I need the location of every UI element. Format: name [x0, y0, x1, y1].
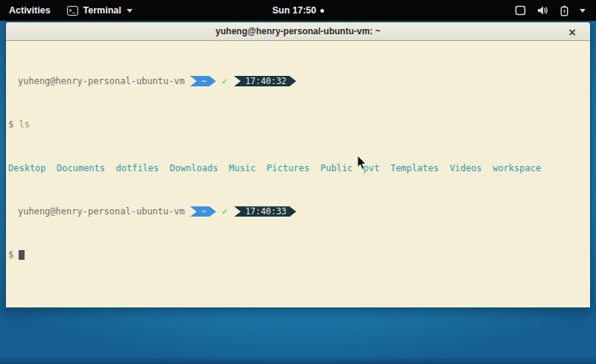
directory-name: Videos	[449, 163, 481, 174]
prompt-time: 17:40:32	[245, 76, 286, 87]
window-title-bar[interactable]: yuheng@henry-personal-ubuntu-vm: ~ ×	[6, 22, 590, 41]
prompt-time-segment: 17:40:32	[234, 76, 296, 86]
input-line[interactable]: $	[8, 249, 589, 261]
window-title: yuheng@henry-personal-ubuntu-vm: ~	[6, 26, 590, 36]
prompt-status-check-icon: ✓	[222, 76, 227, 87]
prompt-time-segment: 17:40:33	[234, 206, 296, 217]
directory-name: Public	[320, 163, 352, 174]
desktop[interactable]: Activities >_ Terminal Sun 17:50	[0, 0, 596, 364]
app-menu-label: Terminal	[83, 5, 121, 16]
directory-name: pvt	[364, 163, 380, 174]
command-line: $ ls	[8, 119, 589, 130]
prompt-symbol: $	[8, 119, 13, 130]
prompt-cwd: ~	[201, 206, 206, 217]
prompt-user: yuheng@henry-personal-ubuntu-vm	[8, 206, 185, 217]
prompt-cwd: ~	[201, 76, 206, 87]
app-menu-terminal[interactable]: >_ Terminal	[60, 0, 140, 21]
directory-name: dotfiles	[115, 163, 159, 174]
terminal-window: yuheng@henry-personal-ubuntu-vm: ~ × yuh…	[4, 21, 592, 309]
prompt-cwd-segment: ~	[190, 76, 216, 86]
system-tray[interactable]	[504, 0, 596, 21]
prompt-user: yuheng@henry-personal-ubuntu-vm	[8, 76, 185, 87]
prompt-symbol: $	[8, 249, 13, 261]
clock-label: Sun 17:50	[272, 5, 316, 16]
ls-output-line: Desktop Documents dotfiles Downloads Mus…	[8, 163, 589, 174]
directory-name: Templates	[390, 163, 439, 174]
prompt-cwd-segment: ~	[190, 206, 216, 217]
directory-name: Music	[229, 163, 256, 174]
prompt-line: yuheng@henry-personal-ubuntu-vm ~ ✓ 17:4…	[8, 206, 589, 217]
battery-charging-icon	[560, 5, 568, 16]
directory-name: Downloads	[170, 163, 218, 174]
terminal-text-cursor	[19, 250, 25, 260]
directory-name: Pictures	[267, 163, 310, 174]
prompt-time: 17:40:33	[245, 206, 286, 217]
terminal-content[interactable]: yuheng@henry-personal-ubuntu-vm ~ ✓ 17:4…	[6, 41, 590, 307]
gnome-top-bar: Activities >_ Terminal Sun 17:50	[0, 0, 596, 21]
chevron-down-icon	[127, 9, 133, 13]
activities-label: Activities	[9, 5, 51, 16]
prompt-line: yuheng@henry-personal-ubuntu-vm ~ ✓ 17:4…	[8, 76, 589, 87]
prompt-status-check-icon: ✓	[222, 206, 227, 217]
directory-name: Desktop	[8, 163, 46, 174]
terminal-app-icon: >_	[67, 6, 78, 16]
directory-name: Documents	[57, 163, 105, 174]
notification-dot	[320, 9, 324, 13]
screen-icon	[515, 5, 526, 16]
close-button[interactable]: ×	[565, 22, 580, 41]
command-text: ls	[19, 119, 29, 130]
clock-button[interactable]: Sun 17:50	[266, 0, 329, 21]
caret-down-icon	[580, 9, 586, 13]
directory-name: workspace	[492, 163, 541, 174]
volume-icon	[537, 5, 549, 16]
activities-button[interactable]: Activities	[0, 0, 60, 21]
